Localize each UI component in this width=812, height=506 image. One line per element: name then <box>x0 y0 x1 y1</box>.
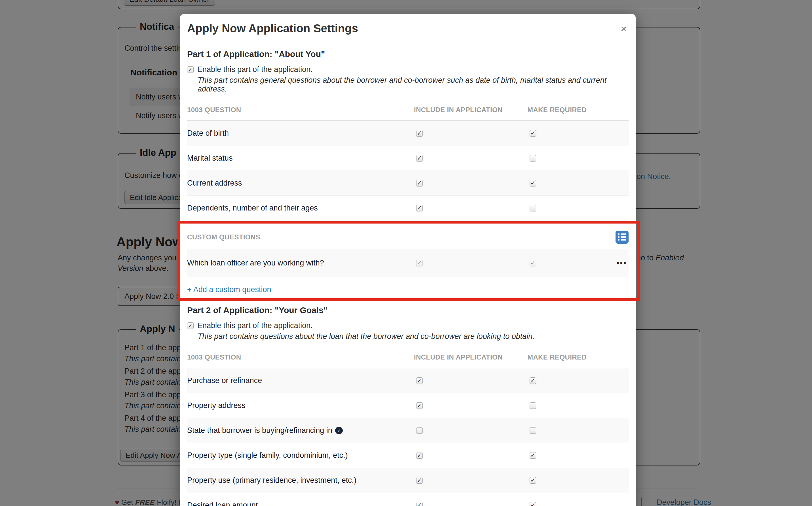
question-row: Current address <box>187 171 629 196</box>
column-header-question: 1003 QUESTION <box>187 106 414 114</box>
part2-enable-label: Enable this part of the application. <box>197 321 313 330</box>
reorder-list-icon[interactable] <box>615 231 629 244</box>
modal-header: Apply Now Application Settings × <box>180 14 636 42</box>
info-icon[interactable]: i <box>335 427 343 434</box>
column-header-question: 1003 QUESTION <box>187 353 414 361</box>
close-icon[interactable]: × <box>621 24 626 33</box>
required-checkbox[interactable] <box>530 377 536 384</box>
include-checkbox[interactable] <box>416 452 423 459</box>
question-label: Property type (single family, condominiu… <box>187 451 348 460</box>
column-header-include: INCLUDE IN APPLICATION <box>414 106 527 114</box>
custom-question-row: Which loan officer are you working with?… <box>187 249 629 277</box>
include-checkbox[interactable] <box>416 130 423 137</box>
question-label: Marital status <box>187 154 233 163</box>
include-checkbox[interactable] <box>416 260 423 266</box>
column-header-required: MAKE REQUIRED <box>527 353 629 361</box>
part1-enable-checkbox[interactable] <box>187 66 194 73</box>
question-row: Marital status <box>187 146 629 171</box>
question-row: State that borrower is buying/refinancin… <box>187 418 629 443</box>
include-checkbox[interactable] <box>416 155 423 162</box>
part2-description: This part contains questions about the l… <box>198 332 629 341</box>
column-header-include: INCLUDE IN APPLICATION <box>414 353 527 361</box>
include-checkbox[interactable] <box>416 402 423 409</box>
question-row: Desired loan amounti <box>187 493 629 506</box>
question-label: Property use (primary residence, investm… <box>187 476 356 485</box>
part1-enable-label: Enable this part of the application. <box>197 65 313 74</box>
required-checkbox[interactable] <box>530 427 536 434</box>
include-checkbox[interactable] <box>416 180 423 186</box>
modal-title: Apply Now Application Settings <box>187 22 628 35</box>
apply-now-application-settings-modal: Apply Now Application Settings × Part 1 … <box>180 14 636 506</box>
column-header-required: MAKE REQUIRED <box>527 106 629 114</box>
include-checkbox[interactable] <box>416 427 423 434</box>
required-checkbox[interactable] <box>530 180 536 186</box>
part2-heading: Part 2 of Application: "Your Goals" <box>187 306 629 315</box>
question-row: Date of birth <box>187 121 629 146</box>
required-checkbox[interactable] <box>530 260 536 266</box>
required-checkbox[interactable] <box>530 205 536 212</box>
question-label: State that borrower is buying/refinancin… <box>187 426 332 435</box>
custom-questions-section: CUSTOM QUESTIONS Which loan officer are … <box>187 225 629 304</box>
question-label: Property address <box>187 401 245 410</box>
question-label: Dependents, number of and their ages <box>187 204 318 213</box>
include-checkbox[interactable] <box>416 502 423 506</box>
required-checkbox[interactable] <box>530 130 536 137</box>
table-header-row: 1003 QUESTION INCLUDE IN APPLICATION MAK… <box>187 353 629 368</box>
part2-questions-table: 1003 QUESTION INCLUDE IN APPLICATION MAK… <box>187 353 629 506</box>
part1-heading: Part 1 of Application: "About You" <box>187 49 629 59</box>
required-checkbox[interactable] <box>530 155 536 162</box>
table-header-row: 1003 QUESTION INCLUDE IN APPLICATION MAK… <box>187 106 629 121</box>
include-checkbox[interactable] <box>416 377 423 384</box>
part1-description: This part contains general questions abo… <box>198 76 629 93</box>
question-row: Property type (single family, condominiu… <box>187 443 629 468</box>
question-row: Property use (primary residence, investm… <box>187 468 629 493</box>
question-row: Purchase or refinancei <box>187 368 629 393</box>
custom-question-label: Which loan officer are you working with? <box>187 259 324 267</box>
required-checkbox[interactable] <box>530 477 536 484</box>
required-checkbox[interactable] <box>530 402 536 409</box>
question-row: Property addressi <box>187 393 629 418</box>
required-checkbox[interactable] <box>530 452 536 459</box>
include-checkbox[interactable] <box>416 477 423 484</box>
required-checkbox[interactable] <box>530 502 536 506</box>
question-label: Date of birth <box>187 129 229 138</box>
question-row: Dependents, number of and their ages <box>187 196 629 221</box>
custom-questions-heading: CUSTOM QUESTIONS <box>187 233 260 241</box>
question-label: Desired loan amount <box>187 501 258 506</box>
question-label: Purchase or refinance <box>187 376 262 385</box>
row-menu-icon[interactable]: ••• <box>617 259 627 267</box>
include-checkbox[interactable] <box>416 205 423 212</box>
question-label: Current address <box>187 179 242 187</box>
add-custom-question-link[interactable]: + Add a custom question <box>187 285 271 294</box>
part1-questions-table: 1003 QUESTION INCLUDE IN APPLICATION MAK… <box>187 106 629 221</box>
part2-enable-checkbox[interactable] <box>187 322 194 329</box>
